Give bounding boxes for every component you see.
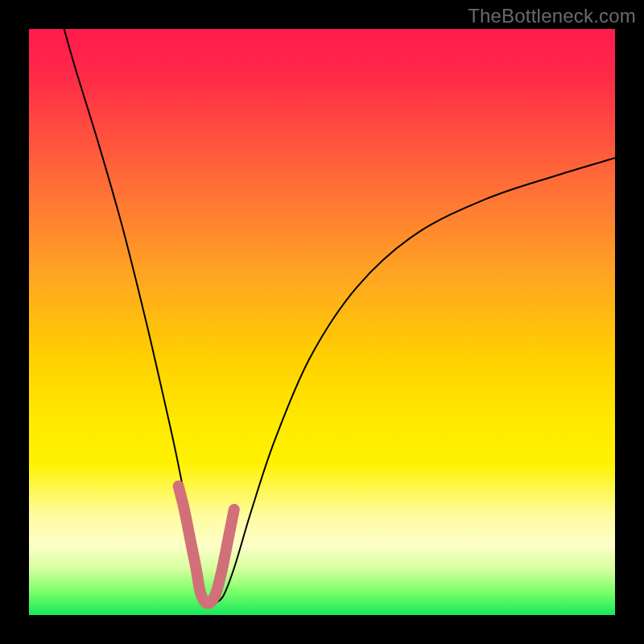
bottleneck-curve: [64, 29, 615, 603]
chart-frame: TheBottleneck.com: [0, 0, 644, 644]
watermark-text: TheBottleneck.com: [468, 5, 636, 27]
chart-svg: [29, 29, 615, 615]
bottom-u-highlight: [179, 486, 234, 604]
plot-area: [29, 29, 615, 615]
